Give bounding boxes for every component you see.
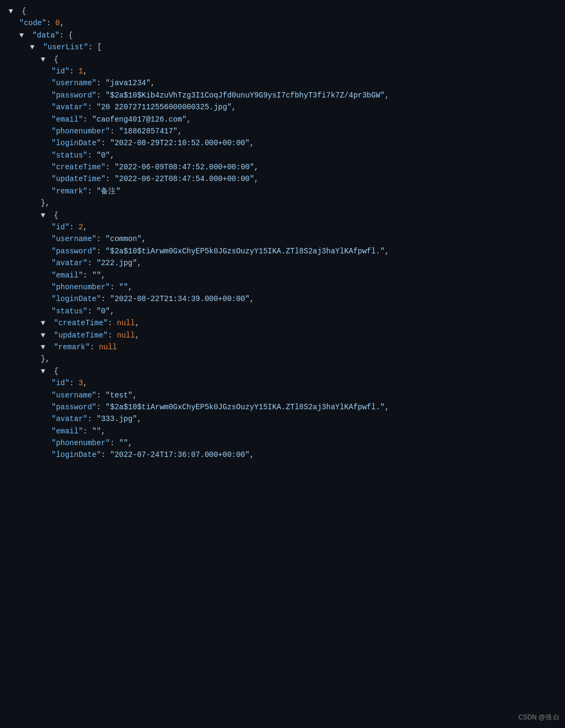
code-line: "code": 0, xyxy=(9,17,556,29)
user2-remark: ▼ "remark": null xyxy=(9,341,556,353)
user1-status: "status": "0", xyxy=(9,149,556,161)
user2-close: }, xyxy=(9,353,556,365)
user3-open: ▼ { xyxy=(9,365,556,377)
user2-remark-arrow[interactable]: ▼ xyxy=(41,341,49,353)
user1-arrow[interactable]: ▼ xyxy=(41,54,49,65)
user1-email: "email": "caofeng4017@126.com", xyxy=(9,114,556,125)
user1-id: "id": 1, xyxy=(9,65,556,77)
user1-updatetime: "updateTime": "2022-06-22T08:47:54.000+0… xyxy=(9,173,556,185)
user2-open: ▼ { xyxy=(9,209,556,221)
user3-arrow[interactable]: ▼ xyxy=(41,365,49,377)
user1-logindate: "loginDate": "2022-08-29T22:10:52.000+00… xyxy=(9,137,556,149)
root-arrow[interactable]: ▼ xyxy=(9,5,17,17)
user1-avatar: "avatar": "20 220727112556000000325.jpg"… xyxy=(9,101,556,113)
userlist-arrow[interactable]: ▼ xyxy=(30,41,39,53)
user2-email: "email": "", xyxy=(9,269,556,281)
user1-remark: "remark": "备注" xyxy=(9,185,556,197)
user1-open: ▼ { xyxy=(9,54,556,65)
user2-id: "id": 2, xyxy=(9,221,556,233)
user3-email: "email": "", xyxy=(9,425,556,437)
user2-createtime-arrow[interactable]: ▼ xyxy=(41,317,49,329)
user3-id: "id": 3, xyxy=(9,377,556,389)
user3-username: "username": "test", xyxy=(9,389,556,401)
user2-avatar: "avatar": "222.jpg", xyxy=(9,257,556,269)
user2-updatetime-arrow[interactable]: ▼ xyxy=(41,329,49,341)
data-open: ▼ "data": { xyxy=(9,29,556,41)
user2-status: "status": "0", xyxy=(9,305,556,317)
user1-createtime: "createTime": "2022-06-09T08:47:52.000+0… xyxy=(9,161,556,173)
user3-logindate: "loginDate": "2022-07-24T17:36:07.000+00… xyxy=(9,449,556,461)
watermark: CSDN @强 白 xyxy=(518,712,560,723)
user2-password: "password": "$2a$10$tiArwm0GxChyEP5k0JGz… xyxy=(9,245,556,257)
user3-avatar: "avatar": "333.jpg", xyxy=(9,413,556,425)
user1-username: "username": "java1234", xyxy=(9,77,556,89)
data-arrow[interactable]: ▼ xyxy=(19,29,28,41)
user2-arrow[interactable]: ▼ xyxy=(41,209,49,221)
user2-username: "username": "common", xyxy=(9,233,556,245)
user2-updatetime: ▼ "updateTime": null, xyxy=(9,329,556,341)
user2-phonenumber: "phonenumber": "", xyxy=(9,281,556,293)
json-viewer: ▼ { "code": 0, ▼ "data": { ▼ "userList":… xyxy=(9,5,556,461)
user2-createtime: ▼ "createTime": null, xyxy=(9,317,556,329)
user3-password: "password": "$2a$10$tiArwm0GxChyEP5k0JGz… xyxy=(9,401,556,413)
root-open: ▼ { xyxy=(9,5,556,17)
user1-close: }, xyxy=(9,197,556,209)
user3-phonenumber: "phonenumber": "", xyxy=(9,437,556,449)
user1-password: "password": "$2a$10$Kib4zuVhTzg3I1CoqJfd… xyxy=(9,89,556,101)
userlist-open: ▼ "userList": [ xyxy=(9,41,556,53)
user1-phonenumber: "phonenumber": "18862857417", xyxy=(9,125,556,137)
user2-logindate: "loginDate": "2022-08-22T21:34:39.000+00… xyxy=(9,293,556,305)
